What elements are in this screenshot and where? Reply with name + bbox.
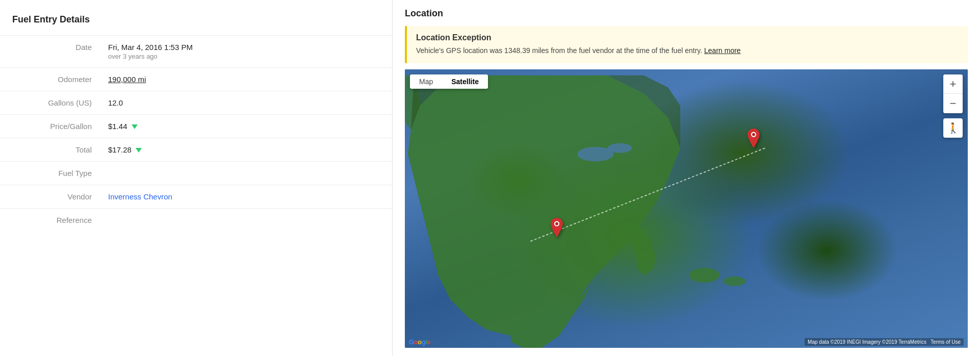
label-total: Total: [0, 138, 102, 162]
svg-point-0: [689, 268, 719, 282]
zoom-controls: + −: [943, 74, 963, 113]
value-total: $17.28: [102, 138, 392, 162]
zoom-out-button[interactable]: −: [943, 94, 963, 113]
value-reference: [102, 209, 392, 232]
location-panel: Location Location Exception Vehicle's GP…: [393, 0, 980, 356]
table-row-reference: Reference: [0, 209, 392, 232]
table-row-date: Date Fri, Mar 4, 2016 1:53 PM over 3 yea…: [0, 36, 392, 68]
value-date: Fri, Mar 4, 2016 1:53 PM over 3 years ag…: [102, 36, 392, 68]
svg-point-3: [608, 143, 632, 153]
table-row-price-gallon: Price/Gallon $1.44: [0, 115, 392, 138]
table-row-gallons: Gallons (US) 12.0: [0, 91, 392, 115]
zoom-in-button[interactable]: +: [943, 74, 963, 94]
location-exception-banner: Location Exception Vehicle's GPS locatio…: [405, 26, 968, 63]
table-row-total: Total $17.28: [0, 138, 392, 162]
value-fuel-type: [102, 162, 392, 185]
value-odometer: 190,000 mi: [102, 68, 392, 91]
google-logo: Google: [409, 338, 430, 346]
svg-point-6: [753, 133, 756, 136]
right-panel-title: Location: [405, 8, 968, 19]
map-button[interactable]: Map: [410, 74, 442, 89]
map-marker-2: [548, 218, 566, 242]
satellite-button[interactable]: Satellite: [442, 74, 488, 89]
date-main: Fri, Mar 4, 2016 1:53 PM: [108, 43, 386, 52]
google-g: G: [409, 338, 414, 346]
map-data-text: Map data ©2019 INEGI Imagery ©2019 Terra…: [808, 339, 926, 345]
map-svg: [405, 69, 968, 348]
total-arrow-icon: [136, 148, 142, 152]
exception-body: Vehicle's GPS location was 1348.39 miles…: [416, 45, 959, 56]
label-vendor: Vendor: [0, 185, 102, 209]
table-row-odometer: Odometer 190,000 mi: [0, 68, 392, 91]
vendor-link[interactable]: Inverness Chevron: [108, 192, 172, 201]
exception-body-text: Vehicle's GPS location was 1348.39 miles…: [416, 46, 702, 55]
map-marker-1: [744, 129, 763, 153]
value-price-gallon: $1.44: [102, 115, 392, 138]
map-container: Map Satellite + − 🚶 Google Map data ©201…: [405, 69, 968, 348]
label-price-gallon: Price/Gallon: [0, 115, 102, 138]
map-type-controls: Map Satellite: [410, 74, 488, 89]
total-amount: $17.28: [108, 145, 132, 154]
exception-heading: Location Exception: [416, 33, 959, 42]
person-icon: 🚶: [947, 122, 960, 134]
learn-more-link[interactable]: Learn more: [704, 46, 741, 55]
label-reference: Reference: [0, 209, 102, 232]
detail-table: Date Fri, Mar 4, 2016 1:53 PM over 3 yea…: [0, 35, 392, 232]
svg-point-8: [555, 222, 558, 225]
table-row-fuel-type: Fuel Type: [0, 162, 392, 185]
label-date: Date: [0, 36, 102, 68]
price-gallon-amount: $1.44: [108, 122, 127, 131]
label-gallons: Gallons (US): [0, 91, 102, 115]
terms-of-use-link[interactable]: Terms of Use: [931, 339, 961, 345]
table-row-vendor: Vendor Inverness Chevron: [0, 185, 392, 209]
label-odometer: Odometer: [0, 68, 102, 91]
svg-point-1: [724, 276, 746, 286]
label-fuel-type: Fuel Type: [0, 162, 102, 185]
streetview-button[interactable]: 🚶: [943, 118, 963, 138]
odometer-value: 190,000 mi: [108, 75, 146, 84]
value-gallons: 12.0: [102, 91, 392, 115]
map-data-attribution: Map data ©2019 INEGI Imagery ©2019 Terra…: [805, 338, 964, 346]
left-panel-title: Fuel Entry Details: [0, 10, 392, 35]
fuel-entry-details-panel: Fuel Entry Details Date Fri, Mar 4, 2016…: [0, 0, 393, 356]
price-gallon-arrow-icon: [132, 124, 138, 129]
value-vendor: Inverness Chevron: [102, 185, 392, 209]
date-sub: over 3 years ago: [108, 53, 386, 60]
